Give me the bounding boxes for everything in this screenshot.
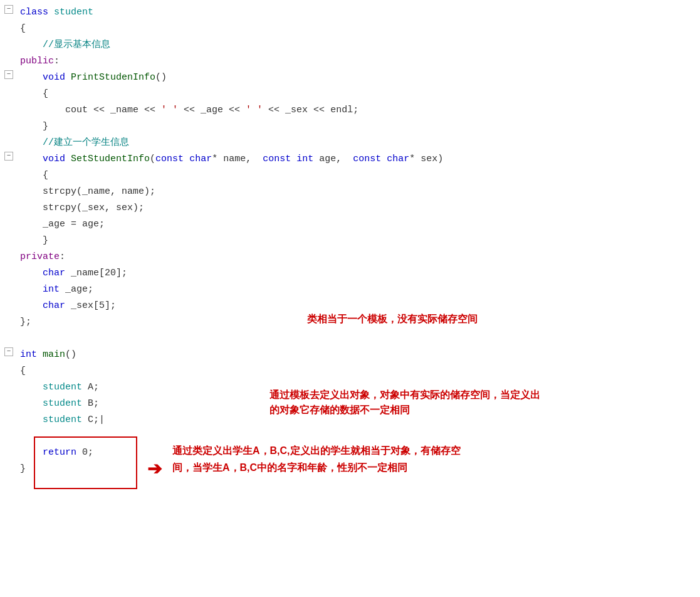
code-19: char _sex[5]; xyxy=(15,298,700,314)
code-blank2 xyxy=(15,429,700,444)
code-3: //显示基本信息 xyxy=(15,38,700,53)
code-24: student B; xyxy=(15,396,700,411)
code-lines: − class student { //显示基本信息 public: − voi… xyxy=(0,5,700,478)
code-25: student C;| xyxy=(15,413,700,428)
line-2: { xyxy=(0,21,700,38)
code-4: public: xyxy=(15,54,700,69)
line-4: public: xyxy=(0,54,700,70)
line-24: student B; xyxy=(0,396,700,413)
line-blank2 xyxy=(0,429,700,445)
line-blank1 xyxy=(0,331,700,347)
line-11: { xyxy=(0,168,700,184)
code-15: } xyxy=(15,233,700,248)
line-25: student C;| xyxy=(0,413,700,429)
code-9: //建立一个学生信息 xyxy=(15,135,700,151)
line-16: private: xyxy=(0,250,700,266)
code-20: }; xyxy=(15,315,700,330)
fold-21[interactable]: − xyxy=(4,347,15,356)
line-17: char _name[20]; xyxy=(0,266,700,282)
line-9: //建立一个学生信息 xyxy=(0,135,700,152)
line-15: } xyxy=(0,233,700,250)
line-5: − void PrintStudenInfo() xyxy=(0,70,700,87)
code-22: { xyxy=(15,364,700,379)
line-13: strcpy(_sex, sex); xyxy=(0,201,700,217)
fold-5[interactable]: − xyxy=(4,70,15,79)
line-27: } xyxy=(0,462,700,478)
line-22: { xyxy=(0,364,700,380)
code-8: } xyxy=(15,119,700,134)
code-10: void SetStudentInfo(const char* name, co… xyxy=(15,152,700,167)
code-26: return 0; xyxy=(15,445,700,460)
fold-10[interactable]: − xyxy=(4,152,15,161)
code-11: { xyxy=(15,168,700,183)
line-3: //显示基本信息 xyxy=(0,38,700,54)
code-7: cout << _name << ' ' << _age << ' ' << _… xyxy=(15,103,700,118)
code-6: { xyxy=(15,87,700,102)
fold-1[interactable]: − xyxy=(4,5,15,14)
line-8: } xyxy=(0,119,700,135)
line-7: cout << _name << ' ' << _age << ' ' << _… xyxy=(0,103,700,119)
code-5: void PrintStudenInfo() xyxy=(15,70,700,85)
code-23: student A; xyxy=(15,380,700,395)
line-19: char _sex[5]; xyxy=(0,298,700,315)
code-13: strcpy(_sex, sex); xyxy=(15,201,700,216)
line-14: _age = age; xyxy=(0,217,700,233)
code-16: private: xyxy=(15,250,700,265)
code-blank1 xyxy=(15,331,700,346)
line-18: int _age; xyxy=(0,282,700,298)
line-20: }; xyxy=(0,315,700,331)
line-23: student A; xyxy=(0,380,700,396)
line-10: − void SetStudentInfo(const char* name, … xyxy=(0,152,700,168)
code-18: int _age; xyxy=(15,282,700,297)
code-1: class student xyxy=(15,5,700,20)
code-14: _age = age; xyxy=(15,217,700,232)
code-21: int main() xyxy=(15,347,700,362)
code-17: char _name[20]; xyxy=(15,266,700,281)
line-26: return 0; xyxy=(0,445,700,462)
line-1: − class student xyxy=(0,5,700,21)
line-21: − int main() xyxy=(0,347,700,364)
code-27: } xyxy=(15,462,700,477)
line-6: { xyxy=(0,87,700,103)
code-editor: − class student { //显示基本信息 public: − voi… xyxy=(0,0,700,597)
code-12: strcpy(_name, name); xyxy=(15,184,700,199)
code-2: { xyxy=(15,21,700,36)
line-12: strcpy(_name, name); xyxy=(0,184,700,201)
